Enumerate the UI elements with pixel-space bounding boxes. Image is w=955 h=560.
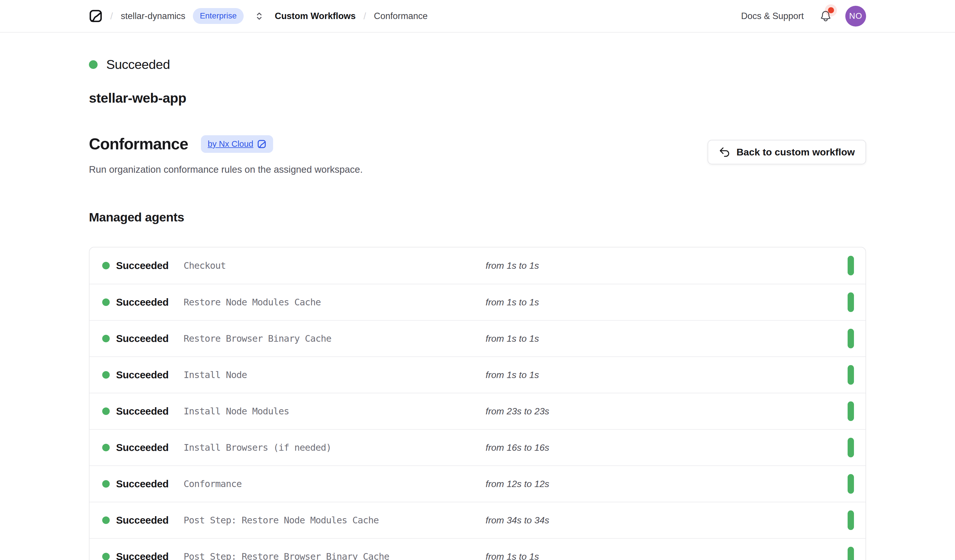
workflow-header: Conformance by Nx Cloud Run organization… <box>89 135 866 175</box>
agent-status-cell: Succeeded <box>102 478 183 490</box>
agent-status-pill <box>848 547 854 560</box>
workflow-title-block: Conformance by Nx Cloud Run organization… <box>89 135 363 175</box>
nx-cloud-logo-icon <box>89 9 102 23</box>
enterprise-badge: Enterprise <box>193 8 244 24</box>
agent-step-duration: from 1s to 1s <box>485 370 848 381</box>
breadcrumb-separator: / <box>110 11 113 22</box>
agent-status-label: Succeeded <box>116 369 169 381</box>
status-success-dot <box>102 371 110 379</box>
status-success-dot <box>102 262 110 269</box>
nx-cloud-logo[interactable] <box>89 9 102 23</box>
agent-status-cell: Succeeded <box>102 369 183 381</box>
agent-status-label: Succeeded <box>116 333 169 344</box>
agent-step-duration: from 16s to 16s <box>485 442 848 453</box>
agent-status-label: Succeeded <box>116 515 169 526</box>
workflow-title: Conformance <box>89 135 188 153</box>
agent-step-name: Restore Node Modules Cache <box>183 297 485 308</box>
docs-support-link[interactable]: Docs & Support <box>741 11 804 21</box>
breadcrumb-org[interactable]: stellar-dynamics <box>121 11 185 21</box>
agent-status-cell: Succeeded <box>102 406 183 417</box>
agent-step-duration: from 23s to 23s <box>485 406 848 416</box>
agent-step-duration: from 34s to 34s <box>485 515 848 526</box>
agent-step-duration: from 1s to 1s <box>485 551 848 560</box>
back-to-custom-workflow-button[interactable]: Back to custom workflow <box>708 140 866 164</box>
agent-status-label: Succeeded <box>116 260 169 271</box>
workspace-switcher-button[interactable] <box>255 11 264 21</box>
agent-status-label: Succeeded <box>116 406 169 417</box>
status-success-dot <box>102 480 110 488</box>
breadcrumb-separator: / <box>363 11 366 22</box>
agent-status-label: Succeeded <box>116 442 169 453</box>
agent-step-name: Conformance <box>183 478 485 489</box>
agent-status-cell: Succeeded <box>102 333 183 344</box>
breadcrumb-custom-workflows[interactable]: Custom Workflows <box>275 11 356 21</box>
nx-cloud-badge-icon <box>257 140 266 148</box>
agent-step-duration: from 1s to 1s <box>485 297 848 308</box>
agent-status-cell: Succeeded <box>102 296 183 308</box>
agent-step-row[interactable]: Succeeded Install Node Modules from 23s … <box>89 393 866 429</box>
agent-status-pill <box>848 292 854 312</box>
agent-step-row[interactable]: Succeeded Install Node from 1s to 1s <box>89 356 866 393</box>
main-content: Succeeded stellar-web-app Conformance by… <box>89 33 866 560</box>
agent-step-name: Post Step: Restore Browser Binary Cache <box>183 551 485 560</box>
run-status-label: Succeeded <box>106 57 170 72</box>
agent-step-row[interactable]: Succeeded Install Browsers (if needed) f… <box>89 429 866 465</box>
agent-step-name: Install Browsers (if needed) <box>183 442 485 453</box>
agent-step-name: Restore Browser Binary Cache <box>183 333 485 344</box>
chevron-up-down-icon <box>255 11 264 21</box>
agent-status-pill <box>848 256 854 275</box>
agent-step-row[interactable]: Succeeded Checkout from 1s to 1s <box>89 247 866 284</box>
agent-step-row[interactable]: Succeeded Restore Node Modules Cache fro… <box>89 284 866 320</box>
status-success-dot <box>102 407 110 415</box>
agent-step-row[interactable]: Succeeded Restore Browser Binary Cache f… <box>89 320 866 356</box>
run-status: Succeeded <box>89 33 866 72</box>
agent-status-pill <box>848 401 854 421</box>
agent-step-name: Install Node Modules <box>183 406 485 416</box>
notifications-button[interactable] <box>819 10 832 22</box>
by-nx-cloud-label: by Nx Cloud <box>208 139 254 149</box>
agent-step-name: Checkout <box>183 260 485 271</box>
arrow-uturn-left-icon <box>719 147 730 158</box>
user-avatar[interactable]: NO <box>845 6 866 27</box>
agent-status-label: Succeeded <box>116 551 169 560</box>
agent-status-label: Succeeded <box>116 296 169 308</box>
status-success-dot <box>89 60 97 69</box>
agent-step-duration: from 12s to 12s <box>485 479 848 489</box>
agent-status-cell: Succeeded <box>102 551 183 560</box>
agent-status-cell: Succeeded <box>102 260 183 271</box>
agent-step-row[interactable]: Succeeded Post Step: Restore Node Module… <box>89 502 866 538</box>
agent-status-pill <box>848 510 854 530</box>
back-button-label: Back to custom workflow <box>736 147 855 158</box>
status-success-dot <box>102 335 110 342</box>
agent-status-cell: Succeeded <box>102 442 183 453</box>
agent-step-row[interactable]: Succeeded Post Step: Restore Browser Bin… <box>89 538 866 560</box>
workflow-description: Run organization conformance rules on th… <box>89 164 363 175</box>
status-success-dot <box>102 298 110 306</box>
status-success-dot <box>102 553 110 560</box>
status-success-dot <box>102 516 110 524</box>
agent-step-name: Install Node <box>183 370 485 381</box>
workspace-name: stellar-web-app <box>89 90 866 106</box>
agent-status-pill <box>848 365 854 385</box>
by-nx-cloud-badge[interactable]: by Nx Cloud <box>201 135 273 153</box>
agent-step-duration: from 1s to 1s <box>485 333 848 344</box>
agent-status-pill <box>848 329 854 348</box>
agent-step-row[interactable]: Succeeded Conformance from 12s to 12s <box>89 465 866 502</box>
agent-status-cell: Succeeded <box>102 515 183 526</box>
agent-status-pill <box>848 438 854 457</box>
breadcrumb-conformance: Conformance <box>374 11 427 21</box>
managed-agents-list: Succeeded Checkout from 1s to 1s Succeed… <box>89 247 866 560</box>
managed-agents-title: Managed agents <box>89 210 866 225</box>
agent-status-pill <box>848 474 854 494</box>
agent-step-name: Post Step: Restore Node Modules Cache <box>183 515 485 526</box>
notification-badge <box>825 4 837 16</box>
agent-status-label: Succeeded <box>116 478 169 490</box>
agent-step-duration: from 1s to 1s <box>485 261 848 271</box>
status-success-dot <box>102 444 110 451</box>
top-nav: / stellar-dynamics Enterprise Custom Wor… <box>0 0 955 33</box>
notification-dot <box>828 7 834 13</box>
avatar-initials: NO <box>849 11 862 21</box>
